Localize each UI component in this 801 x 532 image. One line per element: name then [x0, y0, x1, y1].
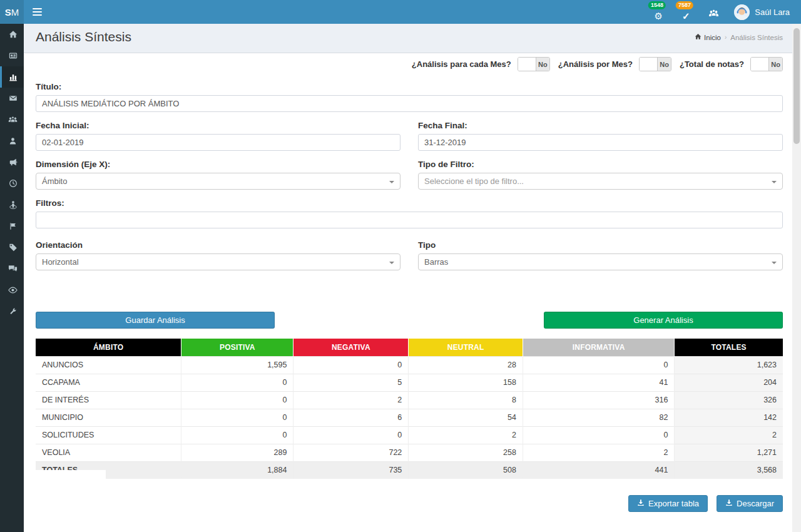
toggle-handle [518, 58, 536, 71]
sidebar-item-user[interactable] [0, 130, 24, 151]
chevron-down-icon [389, 181, 394, 183]
gear-icon: ⚙ [655, 11, 663, 21]
check-badge: 7587 [676, 1, 693, 9]
users-menu[interactable] [703, 0, 724, 24]
header-totales: TOTALES [675, 339, 783, 356]
header-neutral: NEUTRAL [409, 339, 523, 356]
toggle-handle [640, 58, 658, 71]
tipo-filtro-select[interactable]: Seleccione el tipo de filtro... [418, 173, 783, 190]
fecha-inicial-input[interactable] [36, 134, 400, 151]
analysis-box: ¿Análisis para cada Mes? No ¿Análisis po… [24, 53, 792, 532]
toggle-label-total-notas: ¿Total de notas? [680, 59, 744, 69]
table-row: MUNICIPIO065482142 [36, 409, 783, 426]
logo-letter-s: S [5, 7, 11, 18]
orientacion-select[interactable]: Horizontal [36, 253, 400, 270]
table-row: SOLICITUDES00202 [36, 426, 783, 444]
envelope-icon [9, 94, 18, 103]
sidebar-item-campaigns[interactable] [0, 151, 24, 173]
table-row: ANUNCIOS1,59502801,623 [36, 356, 783, 374]
users-group-icon [708, 9, 719, 21]
chevron-down-icon [389, 262, 394, 264]
table-row: DE INTERÉS028316326 [36, 391, 783, 409]
tipo-select[interactable]: Barras [418, 253, 783, 270]
sidebar-item-comments[interactable] [0, 258, 24, 279]
dimension-select[interactable]: Ámbito [36, 173, 400, 190]
clock-icon [9, 179, 18, 188]
scrollbar-thumb[interactable] [793, 28, 800, 144]
gear-badge: 1548 [648, 1, 666, 9]
header-informativa: INFORMATIVA [523, 339, 674, 356]
avatar [734, 4, 750, 20]
sidebar-item-monitoring[interactable] [0, 279, 24, 300]
newspaper-icon [9, 51, 18, 60]
sidebar-item-history[interactable] [0, 173, 24, 194]
sidebar-item-tags[interactable] [0, 237, 24, 258]
toggle-label-cada-mes: ¿Análisis para cada Mes? [412, 59, 511, 69]
toggle-analisis-cada-mes[interactable]: No [518, 57, 550, 71]
toggle-off-label: No [769, 58, 782, 71]
top-navbar: SM 1548 ⚙ 7587 ✓ [0, 0, 801, 24]
breadcrumb: Inicio › Análisis Síntesis [695, 33, 783, 41]
toggle-analisis-por-mes[interactable]: No [639, 57, 671, 71]
logo-letter-m: M [11, 7, 19, 18]
sidebar-item-news[interactable] [0, 45, 24, 66]
filtros-input[interactable] [36, 212, 783, 228]
app-logo[interactable]: SM [0, 0, 24, 24]
fecha-inicial-label: Fecha Inicial: [36, 121, 400, 130]
hamburger-icon [33, 8, 42, 9]
toggle-off-label: No [536, 58, 549, 71]
breadcrumb-current: Análisis Síntesis [730, 34, 783, 41]
bar-chart-icon [9, 73, 18, 81]
sidebar-item-flags[interactable] [0, 215, 24, 237]
download-icon [637, 499, 645, 508]
sidebar-item-users[interactable] [0, 109, 24, 130]
toggle-handle [751, 58, 769, 71]
user-menu[interactable]: Saúl Lara [730, 4, 793, 20]
breadcrumb-home-link[interactable]: Inicio [695, 33, 721, 41]
results-table: ÁMBITO POSITIVA NEGATIVA NEUTRAL INFORMA… [36, 339, 783, 479]
descargar-button[interactable]: Descargar [717, 495, 783, 512]
fecha-final-input[interactable] [418, 134, 783, 151]
tipo-filtro-label: Tipo de Filtro: [418, 160, 783, 169]
notifications-check-menu[interactable]: 7587 ✓ [675, 0, 696, 24]
navbar-right: 1548 ⚙ 7587 ✓ [648, 0, 793, 24]
results-table-wrap: ÁMBITO POSITIVA NEGATIVA NEUTRAL INFORMA… [36, 339, 783, 479]
header-negativa: NEGATIVA [293, 339, 409, 356]
toggles-row: ¿Análisis para cada Mes? No ¿Análisis po… [36, 57, 783, 71]
notifications-gear-menu[interactable]: 1548 ⚙ [648, 0, 669, 24]
home-icon [9, 30, 18, 39]
users-icon [8, 115, 18, 124]
vertical-scrollbar [792, 24, 801, 532]
home-icon [695, 33, 702, 41]
wrench-icon [9, 307, 17, 315]
generar-analisis-button[interactable]: Generar Análisis [544, 312, 783, 329]
table-row: VEOLIA28972225821,271 [36, 444, 783, 461]
street-view-icon [9, 200, 18, 209]
comments-icon [8, 264, 18, 273]
filtros-label: Filtros: [36, 198, 783, 208]
toggle-label-por-mes: ¿Análisis por Mes? [558, 59, 633, 69]
header-positiva: POSITIVA [181, 339, 293, 356]
table-info-artifact [36, 470, 106, 485]
chevron-down-icon [772, 262, 777, 264]
sidebar-item-home[interactable] [0, 24, 24, 45]
titulo-input[interactable] [36, 95, 783, 112]
exportar-tabla-button[interactable]: Exportar tabla [628, 495, 708, 512]
sidebar-item-settings[interactable] [0, 300, 24, 322]
tipo-label: Tipo [418, 240, 783, 250]
sidebar-item-street-view[interactable] [0, 194, 24, 215]
chevron-down-icon [772, 181, 777, 183]
eye-icon [8, 286, 18, 294]
header-ambito: ÁMBITO [36, 339, 181, 356]
toggle-off-label: No [658, 58, 671, 71]
sidebar-item-messages[interactable] [0, 88, 24, 109]
dimension-label: Dimensión (Eje X): [36, 160, 400, 169]
user-name: Saúl Lara [755, 8, 790, 17]
bullhorn-icon [9, 158, 18, 166]
fecha-final-label: Fecha Final: [418, 121, 783, 130]
guardar-analisis-button[interactable]: Guardar Análisis [36, 312, 275, 329]
main-content: Análisis Síntesis Inicio › Análisis Sínt… [24, 24, 792, 532]
sidebar-item-analysis[interactable] [0, 66, 24, 88]
toggle-total-notas[interactable]: No [750, 57, 783, 71]
sidebar-toggle-button[interactable] [24, 0, 50, 24]
